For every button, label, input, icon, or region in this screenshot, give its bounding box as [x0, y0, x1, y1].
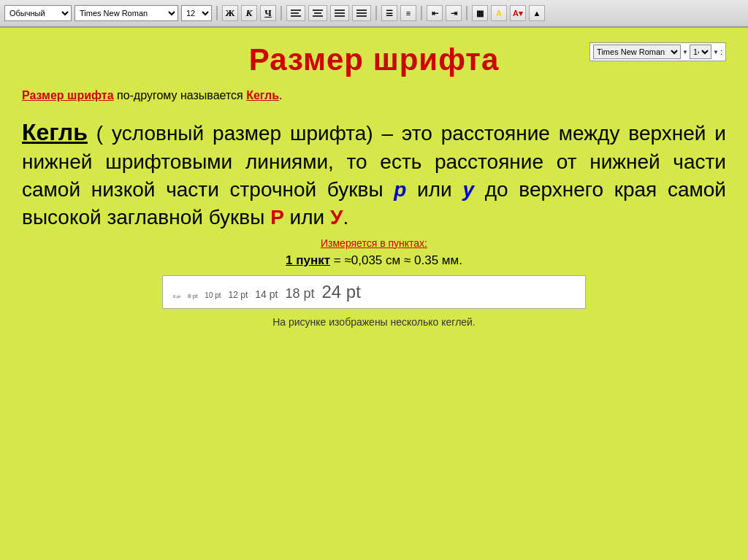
border-button[interactable]: ▦	[472, 5, 488, 21]
font-color-button[interactable]: A▾	[510, 5, 526, 21]
size-select[interactable]: 12	[182, 6, 211, 20]
body-text-2: или	[406, 178, 462, 201]
subtitle-end: .	[279, 89, 282, 101]
align-justify-button[interactable]	[352, 5, 371, 21]
subtitle-line: Размер шрифта по-другому называется Кегл…	[22, 89, 726, 102]
increase-indent-button[interactable]: ⇥	[446, 5, 462, 21]
extra-button[interactable]: ▲	[529, 5, 545, 21]
decrease-indent-button[interactable]: ⇤	[427, 5, 443, 21]
separator-5	[466, 6, 468, 20]
align-left-button[interactable]	[286, 5, 305, 21]
body-text-5: .	[343, 206, 348, 229]
font-box-arrow-icon: ▼	[682, 49, 688, 55]
align-justify-icon	[355, 8, 368, 18]
demo-18pt: 18 pt	[285, 286, 314, 302]
demo-6pt: 6 pt	[173, 294, 180, 299]
letter-Y: У	[330, 206, 343, 229]
demo-8pt: 8 pt	[188, 293, 197, 299]
separator-1	[216, 6, 218, 20]
subtitle-link-kegl[interactable]: Кегль	[246, 89, 279, 101]
size-select-wrapper[interactable]: 12	[181, 5, 212, 21]
font-box-extra: :	[720, 47, 722, 56]
demo-14pt: 14 pt	[255, 288, 278, 300]
subtitle-text-middle: по-другому называется	[114, 89, 247, 101]
measured-line: Измеряется в пунктах:	[22, 237, 726, 249]
punkt-line: 1 пункт = ≈0,035 см ≈ 0.35 мм.	[22, 253, 726, 268]
letter-y: у	[462, 178, 474, 201]
demo-10pt: 10 pt	[205, 291, 221, 299]
separator-3	[375, 6, 377, 20]
letter-P: Р	[270, 206, 284, 229]
separator-4	[421, 6, 422, 20]
align-left-icon	[289, 8, 302, 18]
highlight-button[interactable]: A	[491, 5, 507, 21]
underline-button[interactable]: Ч	[260, 5, 276, 21]
caption: На рисунке изображены несколько кеглей.	[22, 316, 726, 328]
font-box-select[interactable]: Times New Roman	[593, 45, 681, 59]
align-center-button[interactable]	[308, 5, 327, 21]
font-box-size-arrow-icon: ▼	[713, 49, 719, 55]
numbered-list-button[interactable]: ≡	[400, 5, 416, 21]
font-example-box: Times New Roman ▼ 14 ▼ :	[589, 42, 726, 61]
align-center-icon	[311, 8, 324, 18]
separator-2	[280, 6, 282, 20]
align-right-button[interactable]	[330, 5, 349, 21]
term-kegl: Кегль	[22, 119, 88, 145]
demo-24pt: 24 pt	[322, 282, 361, 302]
toolbar: Обычный Times New Roman 12 Ж К Ч ☰	[0, 0, 748, 28]
punkt-eq: = ≈0,035 см ≈ 0.35 мм.	[330, 253, 462, 267]
demo-12pt: 12 pt	[229, 290, 248, 300]
subtitle-link-razmer[interactable]: Размер шрифта	[22, 89, 114, 101]
align-right-icon	[333, 8, 346, 18]
body-text-4: или	[284, 206, 330, 229]
font-select-wrapper[interactable]: Times New Roman	[75, 5, 178, 21]
style-select[interactable]: Обычный	[5, 6, 71, 20]
font-box-size-select[interactable]: 14	[690, 45, 711, 59]
bold-button[interactable]: Ж	[222, 5, 238, 21]
body-paragraph: Кегль ( условный размер шрифта) – это ра…	[22, 117, 726, 231]
main-content: Times New Roman ▼ 14 ▼ : Размер шрифта Р…	[0, 28, 748, 560]
list-button[interactable]: ☰	[381, 5, 397, 21]
style-select-wrapper[interactable]: Обычный	[4, 5, 72, 21]
letter-p: р	[394, 178, 406, 201]
font-select[interactable]: Times New Roman	[75, 6, 178, 20]
italic-button[interactable]: К	[241, 5, 257, 21]
font-demo-box: 6 pt 8 pt 10 pt 12 pt 14 pt 18 pt 24 pt	[162, 275, 586, 309]
punkt-label: 1 пункт	[286, 253, 330, 267]
